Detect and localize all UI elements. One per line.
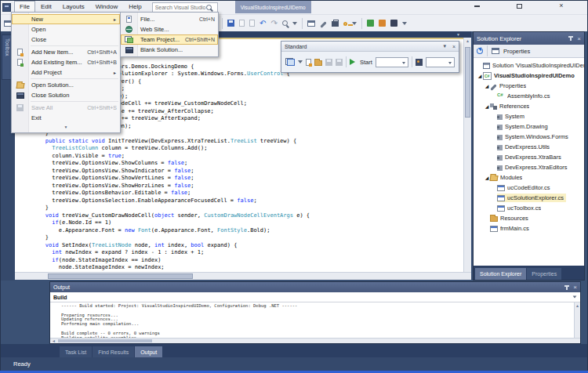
output-header[interactable]: Output × <box>50 282 580 292</box>
ref-icon[interactable] <box>497 125 503 130</box>
folder-icon[interactable] <box>490 216 498 222</box>
search-icon[interactable] <box>282 20 288 26</box>
tree-item-system-windows-forms[interactable]: System.Windows.Forms <box>474 132 584 142</box>
tree-item-uctoolbox-cs[interactable]: ucToolbox.cs <box>474 203 584 213</box>
editor-vertical-scrollbar[interactable]: ▲ <box>463 38 471 272</box>
new-project-dropdown-icon[interactable] <box>298 60 303 63</box>
refgrp-icon[interactable] <box>490 103 497 110</box>
form-icon[interactable] <box>497 185 505 191</box>
tree-item-visualstudioinspireduidemo[interactable]: ◢VisualStudioInspiredUIDemo <box>474 71 584 81</box>
folderopen-icon[interactable] <box>490 176 499 181</box>
menu-item-team-project[interactable]: Team Project...Ctrl+Shift+N <box>121 34 218 45</box>
search-input[interactable] <box>153 5 206 10</box>
app-title-badge[interactable]: VisualStudioInspiredUIDemo <box>235 1 311 13</box>
find-combo-combobox[interactable] <box>426 57 455 67</box>
tree-item-solution-visualstudioinspiredu[interactable]: Solution 'VisualStudioInspiredUIDemo' (1… <box>474 60 584 71</box>
menu-item-close-solution[interactable]: Close Solution <box>12 90 120 100</box>
data-sources-icon[interactable] <box>390 20 397 27</box>
menu-item-add-existing-item[interactable]: Add Existing Item...Ctrl+Shift+B <box>12 57 120 67</box>
start-debug-icon[interactable] <box>350 59 355 65</box>
pin-icon[interactable] <box>566 285 568 290</box>
editor-vertical-scrollbar-thumb[interactable] <box>465 47 470 118</box>
tab-task-list[interactable]: Task List <box>60 346 92 357</box>
properties-button[interactable]: Properties <box>503 48 530 55</box>
briefcase-icon[interactable] <box>332 21 339 27</box>
tree-item-modules[interactable]: ◢Modules <box>474 172 584 183</box>
ref-icon[interactable] <box>497 155 503 161</box>
menu-item-exit[interactable]: Exit <box>12 113 120 123</box>
key-icon[interactable] <box>343 22 347 26</box>
tree-item-assemblyinfo-cs[interactable]: AssemblyInfo.cs <box>474 91 584 101</box>
form-icon[interactable] <box>497 205 505 212</box>
copy-icon[interactable] <box>239 20 245 27</box>
menu-item-close[interactable]: Close <box>12 34 120 45</box>
redo-icon[interactable]: ↷ <box>270 20 277 27</box>
search-box[interactable] <box>152 2 218 13</box>
start-button-label[interactable]: Start <box>360 59 372 66</box>
folderopen-icon[interactable] <box>16 83 24 89</box>
menu-item-new[interactable]: New► <box>12 14 120 24</box>
tree-item-references[interactable]: ◢References <box>474 101 584 111</box>
tab-properties[interactable]: Properties <box>527 268 561 280</box>
refresh-icon[interactable] <box>477 48 483 54</box>
panel-close-icon[interactable]: × <box>573 284 577 291</box>
standard-toolbar-titlebar[interactable]: Standard ▾ × <box>281 42 459 52</box>
ref-icon[interactable] <box>497 114 503 120</box>
menu-item-open[interactable]: Open <box>12 24 120 34</box>
toolbar-close-icon[interactable]: × <box>452 44 456 49</box>
pagearrow-icon[interactable] <box>17 59 23 66</box>
menu-item-file[interactable]: File...Ctrl+N <box>121 14 218 24</box>
ref-icon[interactable] <box>497 165 503 171</box>
tree-item-properties[interactable]: ◢Properties <box>474 81 584 91</box>
tree-item-system[interactable]: System <box>474 111 584 121</box>
scroll-up-icon[interactable]: ▲ <box>575 302 580 309</box>
customize-wrench-icon[interactable] <box>320 21 326 27</box>
output-horizontal-scrollbar-thumb[interactable] <box>58 339 152 342</box>
new-project-icon[interactable] <box>285 58 295 66</box>
save-all-icon[interactable] <box>336 59 343 66</box>
toolbar-menu-icon[interactable]: ▾ <box>443 43 446 49</box>
solution-explorer-header[interactable]: Solution Explorer × <box>474 32 584 45</box>
save-icon[interactable] <box>325 59 332 66</box>
output-source-combo[interactable]: Build <box>50 292 580 302</box>
expander-expanded-icon[interactable]: ◢ <box>484 103 490 109</box>
properties-window-icon[interactable] <box>307 20 315 27</box>
tree-item-devexpress-xtraeditors[interactable]: DevExpress.XtraEditors <box>474 162 584 172</box>
properties-window-icon[interactable] <box>492 48 499 54</box>
undo-icon[interactable]: ↶ <box>260 20 266 27</box>
menu-item-web-site[interactable]: Web Site... <box>121 24 218 34</box>
open-file-icon[interactable] <box>314 60 322 66</box>
chevron-down-icon[interactable] <box>573 295 577 298</box>
start-page-icon[interactable] <box>367 20 374 27</box>
add-new-item-icon[interactable] <box>306 59 311 66</box>
dropdown-arrow-icon[interactable] <box>352 22 357 25</box>
tab-overflow-icon[interactable]: ▼ <box>456 32 460 37</box>
pin-icon[interactable] <box>570 36 572 41</box>
toolbar-overflow-icon[interactable] <box>292 22 297 25</box>
editor-horizontal-scrollbar-thumb[interactable] <box>48 273 193 279</box>
minimize-button[interactable] <box>472 2 481 10</box>
windark-icon[interactable] <box>125 47 133 53</box>
menu-item-open-solution[interactable]: Open Solution... <box>12 80 120 90</box>
tab-output[interactable]: Output <box>135 346 162 357</box>
menu-item-add-project[interactable]: Add Project► <box>12 67 120 78</box>
pageplus-icon[interactable] <box>17 49 23 56</box>
close-button[interactable]: × <box>557 2 566 10</box>
tree-item-frmmain-cs[interactable]: frmMain.cs <box>474 223 584 234</box>
tab-solution-explorer[interactable]: Solution Explorer <box>475 268 526 280</box>
csproj-icon[interactable] <box>483 72 492 80</box>
output-horizontal-scrollbar[interactable]: ◄ <box>50 338 580 343</box>
scroll-up-icon[interactable]: ▲ <box>464 38 471 44</box>
panel-close-icon[interactable]: × <box>577 35 581 42</box>
maximize-button[interactable] <box>514 2 524 10</box>
output-content[interactable]: ------ Build started: Project: VisualStu… <box>50 302 580 338</box>
tree-item-uccodeeditor-cs[interactable]: ucCodeEditor.cs <box>474 183 584 193</box>
pageblue-icon[interactable] <box>126 16 132 23</box>
windark-icon[interactable] <box>16 92 24 99</box>
tree-item-devexpress-xtrabars[interactable]: DevExpress.XtraBars <box>474 152 584 162</box>
cs-icon[interactable] <box>497 92 505 100</box>
sol-icon[interactable] <box>483 63 490 69</box>
toolbar-overflow-icon[interactable] <box>402 22 407 25</box>
menu-item-blank-solution[interactable]: Blank Solution... <box>121 45 218 55</box>
menu-item-add-new-item[interactable]: Add New Item...Ctrl+Shift+A <box>12 47 120 57</box>
